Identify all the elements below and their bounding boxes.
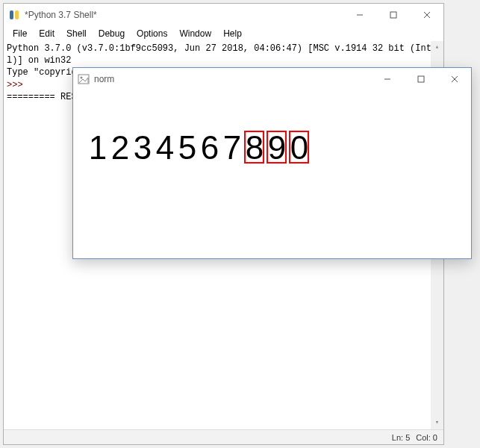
close-button[interactable]	[410, 4, 443, 26]
menu-window[interactable]: Window	[173, 27, 217, 40]
svg-rect-3	[390, 12, 396, 18]
digit-row: 1234567890	[87, 129, 311, 167]
menu-edit[interactable]: Edit	[33, 27, 60, 40]
status-col: Col: 0	[416, 433, 437, 442]
svg-rect-1	[15, 10, 19, 19]
shell-titlebar[interactable]: *Python 3.7 Shell*	[4, 4, 443, 26]
detect-box	[289, 131, 309, 164]
maximize-button[interactable]	[376, 4, 410, 26]
shell-prompt: >>>	[7, 80, 23, 90]
digit-2: 2	[109, 129, 131, 167]
python-icon	[8, 9, 20, 21]
norm-window: norm 1234567890	[72, 67, 472, 259]
norm-window-controls	[370, 68, 471, 90]
maximize-button[interactable]	[404, 68, 437, 90]
digit-0: 0	[288, 129, 311, 167]
shell-restart-line: ========= REST	[7, 92, 82, 102]
norm-image-canvas: 1234567890	[73, 90, 471, 258]
minimize-button[interactable]	[343, 4, 376, 26]
detect-box	[244, 131, 264, 164]
status-line: Ln: 5	[392, 433, 410, 442]
menu-shell[interactable]: Shell	[60, 27, 93, 40]
shell-window-controls	[343, 4, 443, 26]
digit-9: 9	[266, 129, 288, 167]
image-icon	[78, 73, 90, 85]
digit-6: 6	[199, 129, 221, 167]
digit-1: 1	[87, 129, 109, 167]
shell-title: *Python 3.7 Shell*	[25, 10, 343, 20]
shell-menubar: File Edit Shell Debug Options Window Hel…	[4, 26, 443, 41]
digit-7: 7	[221, 129, 243, 167]
svg-rect-0	[10, 10, 13, 19]
shell-line1: Python 3.7.0 (v3.7.0:1bf9cc5093, Jun 27 …	[7, 43, 437, 66]
digit-8: 8	[243, 129, 266, 167]
menu-file[interactable]: File	[7, 27, 33, 40]
norm-titlebar[interactable]: norm	[73, 68, 471, 90]
menu-options[interactable]: Options	[131, 27, 173, 40]
scroll-down-icon[interactable]: ▾	[431, 417, 443, 429]
menu-debug[interactable]: Debug	[93, 27, 131, 40]
scroll-up-icon[interactable]: ▴	[431, 41, 443, 54]
digit-4: 4	[154, 129, 176, 167]
digit-3: 3	[131, 129, 154, 167]
svg-rect-9	[418, 76, 424, 82]
menu-help[interactable]: Help	[217, 27, 248, 40]
minimize-button[interactable]	[370, 68, 404, 90]
norm-title: norm	[94, 74, 370, 84]
detect-box	[267, 131, 287, 164]
digit-5: 5	[176, 129, 199, 167]
svg-point-7	[81, 77, 83, 79]
close-button[interactable]	[437, 68, 471, 90]
shell-statusbar: Ln: 5 Col: 0	[4, 429, 443, 444]
